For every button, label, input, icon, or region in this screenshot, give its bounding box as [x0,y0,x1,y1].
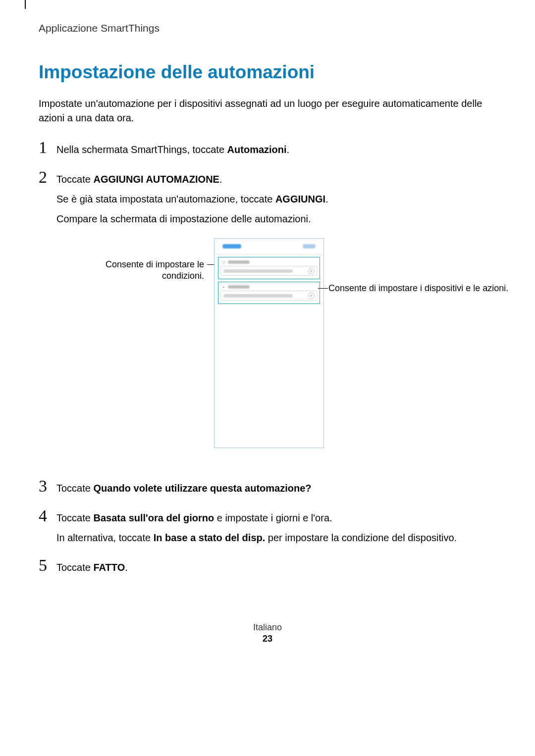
bold-text: Basata sull'ora del giorno [93,512,214,523]
step-body: Toccate FATTO. [56,557,128,580]
crop-mark [25,0,26,9]
section-label-blurred [228,285,250,289]
cancel-button-blurred [222,244,241,249]
bold-text: In base a stato del disp. [154,532,266,543]
text: Toccate [56,562,93,573]
text: Nella schermata SmartThings, toccate [56,144,227,155]
action-row [220,291,318,301]
text: Se è già stata impostata un'automazione,… [56,194,275,204]
step-body: Toccate AGGIUNGI AUTOMAZIONE. Se è già s… [56,169,328,231]
step-number: 2 [39,169,56,186]
step-1: 1 Nella schermata SmartThings, toccate A… [39,139,496,162]
row-text-blurred [223,294,293,298]
conditions-section: ◷ [218,257,320,279]
figure: Consente di impostare le condizioni. ◷ [39,238,496,466]
callout-conditions: Consente di impostare le condizioni. [78,259,204,282]
text: e impostate i giorni e l'ora. [214,512,332,523]
actions-section: ▸ [218,282,320,304]
step-4: 4 Toccate Basata sull'ora del giorno e i… [39,507,496,550]
text: Toccate [56,483,93,494]
step-2: 2 Toccate AGGIUNGI AUTOMAZIONE. Se è già… [39,169,496,231]
running-header: Applicazione SmartThings [39,22,496,34]
text: Toccate [56,512,93,523]
bold-text: FATTO [93,562,125,573]
text: per impostare la condizione del disposit… [265,532,457,543]
text: Toccate [56,174,93,185]
leader-line [318,288,328,289]
intro-paragraph: Impostate un'automazione per i dispositi… [39,97,496,125]
bold-text: AGGIUNGI AUTOMAZIONE [93,174,219,185]
text: In alternativa, toccate [56,532,154,543]
play-icon: ▸ [221,285,226,289]
step-number: 4 [39,507,56,524]
phone-mockup: ◷ ▸ [214,238,324,448]
section-label-blurred [228,260,250,264]
plus-icon [308,293,315,299]
condition-row [220,266,318,276]
step-body: Toccate Basata sull'ora del giorno e imp… [56,507,457,550]
callout-actions: Consente di impostare i dispositivi e le… [328,283,512,294]
footer-page-number: 23 [0,634,535,644]
text: . [219,174,222,185]
row-text-blurred [223,269,293,273]
text: . [325,194,328,204]
text: . [287,144,290,155]
plus-icon [308,268,315,274]
save-button-blurred [303,244,316,249]
clock-icon: ◷ [221,260,226,264]
bold-text: AGGIUNGI [275,194,325,204]
phone-header [214,239,323,254]
bold-text: Quando volete utilizzare questa automazi… [93,483,311,494]
step-number: 1 [39,139,56,156]
step-number: 5 [39,557,56,574]
text: . [125,562,128,573]
bold-text: Automazioni [227,144,287,155]
step-3: 3 Toccate Quando volete utilizzare quest… [39,478,496,501]
page-footer: Italiano 23 [0,622,535,644]
text: Compare la schermata di impostazione del… [56,211,328,226]
step-body: Toccate Quando volete utilizzare questa … [56,478,312,501]
page-content: Applicazione SmartThings Impostazione de… [0,0,535,580]
footer-language: Italiano [0,622,535,633]
step-5: 5 Toccate FATTO. [39,557,496,580]
step-number: 3 [39,478,56,495]
page-title: Impostazione delle automazioni [39,62,496,83]
step-body: Nella schermata SmartThings, toccate Aut… [56,139,289,162]
